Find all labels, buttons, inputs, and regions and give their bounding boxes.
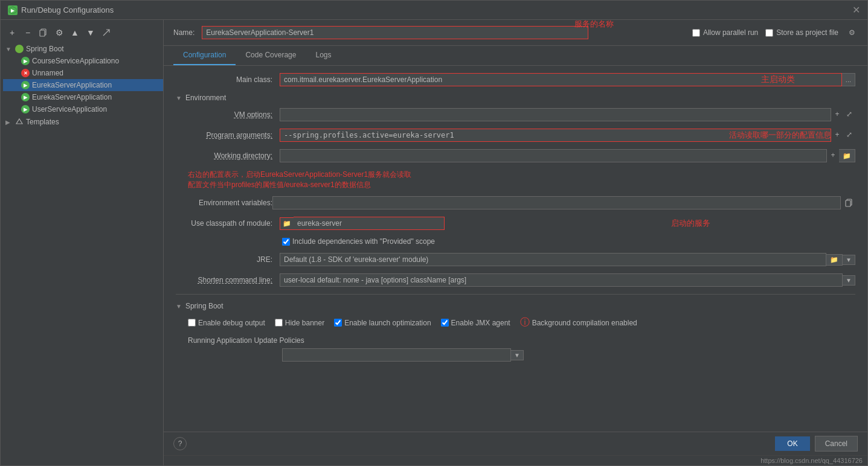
module-select[interactable]: eureka-server [294,217,445,230]
annotation-startup-service: 启动的服务 [671,218,710,229]
jre-dropdown-wrapper: Default (1.8 - SDK of 'eureka-server' mo… [280,253,855,266]
sidebar-item-eureka2[interactable]: ▶ EurekaServerApplication [3,91,163,103]
args-expand-button[interactable]: ⤢ [843,129,855,141]
move-up-button[interactable]: ▲ [68,26,82,39]
main-content: + − ⚙ ▲ ▼ [1,20,867,465]
enable-debug-label[interactable]: Enable debug output [188,319,265,327]
svg-rect-3 [40,30,45,36]
running-app-dropdown-arrow[interactable]: ▼ [511,350,524,360]
include-deps-label[interactable]: Include dependencies with "Provided" sco… [282,237,855,246]
sidebar-toolbar: + − ⚙ ▲ ▼ [1,25,163,40]
vm-expand-button[interactable]: ⤢ [843,108,855,120]
working-dir-plus-button[interactable]: + [827,149,839,161]
classpath-label: Use classpath of module: [176,217,272,228]
include-deps-row: Include dependencies with "Provided" sco… [176,237,855,246]
shorten-cmd-select[interactable]: user-local default: none - java [options… [280,273,843,287]
app-icon: ▶ [8,5,18,15]
share-config-button[interactable] [100,26,113,39]
args-plus-button[interactable]: + [831,129,843,141]
config-panel: Main class: ... 主启动类 ▼ Environment [164,66,867,432]
include-deps-checkbox[interactable] [282,238,290,246]
templates-label: Templates [26,118,59,126]
sidebar-item-course[interactable]: ▶ CourseServiceApplicationo [3,55,163,67]
ok-button[interactable]: OK [775,436,809,451]
store-as-project-checkbox[interactable] [765,29,773,37]
allow-parallel-label[interactable]: Allow parallel run [692,28,758,37]
classpath-section: Use classpath of module: 📁 eureka-server… [176,217,855,230]
main-class-label: Main class: [176,73,272,84]
classpath-row: Use classpath of module: 📁 eureka-server [176,217,855,230]
bottom-bar: ? OK Cancel [164,432,867,455]
user-app-icon: ▶ [21,105,30,113]
tab-logs[interactable]: Logs [306,46,341,65]
run-debug-dialog: ▶ Run/Debug Configurations ✕ + − ⚙ ▲ [0,0,868,466]
shorten-cmd-dropdown-arrow[interactable]: ▼ [843,275,855,286]
templates-group[interactable]: ▶ Templates [1,115,163,129]
enable-launch-checkbox[interactable] [334,319,342,327]
spring-boot-section-label: Spring Boot [185,302,223,310]
store-settings-button[interactable]: ⚙ [846,27,858,39]
course-app-label: CourseServiceApplicationo [32,57,119,65]
close-button[interactable]: ✕ [852,4,860,16]
env-variables-input[interactable] [272,196,841,209]
enable-jmx-checkbox[interactable] [441,319,449,327]
jre-row: JRE: Default (1.8 - SDK of 'eureka-serve… [176,253,855,266]
program-args-label: Program arguments: [176,129,272,139]
enable-debug-checkbox[interactable] [188,319,196,327]
svg-marker-4 [16,119,22,124]
annotation-desc2: 配置文件当中profiles的属性值/eureka-server1的数据信息 [188,180,855,190]
settings-config-button[interactable]: ⚙ [53,26,66,39]
vm-options-input-wrapper: + ⤢ [280,108,855,121]
working-dir-input-wrapper: + 📁 [280,149,855,162]
copy-config-button[interactable] [37,26,50,39]
cancel-button[interactable]: Cancel [815,436,858,452]
svg-text:▶: ▶ [11,8,15,13]
jre-dropdown-arrow[interactable]: ▼ [843,255,855,265]
module-select-wrapper: 📁 eureka-server [280,217,855,230]
tab-code-coverage[interactable]: Code Coverage [236,46,306,65]
sidebar-item-unnamed[interactable]: ✕ Unnamed [3,67,163,79]
sidebar-item-user[interactable]: ▶ UserServiceApplication [3,103,163,115]
enable-launch-label[interactable]: Enable launch optimization [334,319,431,327]
user-app-label: UserServiceApplication [32,105,107,113]
program-args-section: Program arguments: + ⤢ 活动读取哪一部分的配置信息 [176,129,855,142]
eureka2-label: EurekaServerApplication [32,93,112,101]
env-variables-label: Environment variables: [176,199,272,207]
hide-banner-checkbox[interactable] [275,319,283,327]
jre-folder-button[interactable]: 📁 [826,254,843,266]
spring-boot-label: Spring Boot [26,45,64,53]
window-title: Run/Debug Configurations [21,5,114,14]
jre-label: JRE: [176,253,272,264]
spring-boot-expand-icon: ▼ [176,303,182,310]
vm-plus-button[interactable]: + [831,108,843,120]
main-class-input[interactable] [280,73,842,86]
hide-banner-label[interactable]: Hide banner [275,319,324,327]
running-app-select[interactable] [282,348,511,362]
eureka-selected-label: EurekaServerApplication [32,81,112,89]
env-variables-copy-button[interactable] [843,197,855,209]
eureka2-icon: ▶ [21,93,30,101]
name-input[interactable] [202,26,588,39]
jre-select[interactable]: Default (1.8 - SDK of 'eureka-server' mo… [280,253,826,266]
expand-arrow-icon: ▼ [5,46,13,53]
spring-boot-group-header[interactable]: ▼ Spring Boot [3,43,163,55]
name-row: Name: Allow parallel run Store as projec… [164,20,867,46]
vm-options-input[interactable] [280,108,831,121]
store-as-project-label[interactable]: Store as project file [765,28,838,37]
working-dir-input[interactable] [280,149,827,162]
remove-config-button[interactable]: − [21,26,34,39]
main-class-browse-button[interactable]: ... [842,73,855,86]
running-app-dropdown-row: ▼ [282,348,524,362]
help-button[interactable]: ? [173,437,187,450]
main-class-section: Main class: ... 主启动类 [176,73,855,86]
annotation-main-class: 主启动类 [761,74,795,85]
add-config-button[interactable]: + [5,26,19,39]
allow-parallel-checkbox[interactable] [692,29,700,37]
annotation-panel-desc: 右边的配置表示，启动EurekaServerApplication-Server… [176,170,855,190]
enable-jmx-label[interactable]: Enable JMX agent [441,319,510,327]
annotation-services-name: 服务的名称 [574,20,614,30]
tab-configuration[interactable]: Configuration [173,46,236,65]
working-dir-folder-button[interactable]: 📁 [839,149,855,162]
move-down-button[interactable]: ▼ [84,26,97,39]
sidebar-item-eureka-selected[interactable]: ▶ EurekaServerApplication [3,79,163,91]
